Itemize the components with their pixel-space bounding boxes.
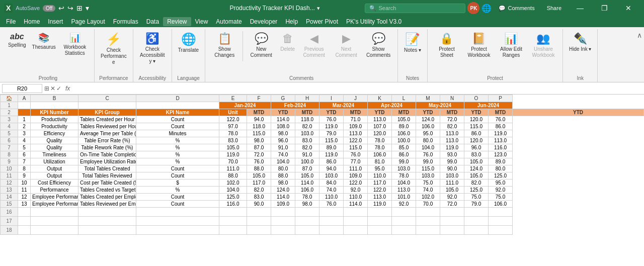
cell-2i[interactable]: YTD	[319, 109, 344, 116]
col-header-k[interactable]: K	[368, 95, 392, 102]
cell-1o[interactable]: Jun-2024	[464, 102, 513, 109]
menu-automate[interactable]: Automate	[212, 17, 246, 26]
col-header-f[interactable]: F	[247, 95, 271, 102]
menu-formulas[interactable]: Formulas	[109, 17, 142, 26]
col-header-a[interactable]: A	[18, 95, 31, 102]
cell-2o[interactable]: YTD	[464, 109, 489, 116]
menu-view[interactable]: View	[191, 17, 212, 26]
comments-icon: 💬	[499, 5, 506, 12]
cell-1b[interactable]	[31, 102, 78, 109]
undo-icon[interactable]: ↩	[58, 4, 64, 12]
notes-button[interactable]: 📝 Notes ▾	[402, 31, 423, 54]
workbook-statistics-button[interactable]: 📊 Workbook Statistics	[60, 31, 90, 57]
cell-2g[interactable]: YTD	[271, 109, 295, 116]
cell-2h[interactable]: MTD	[295, 109, 319, 116]
minimize-button[interactable]: —	[569, 0, 592, 16]
menu-review[interactable]: Review	[163, 17, 191, 26]
autosave-toggle[interactable]: Off	[43, 5, 55, 12]
cell-1c[interactable]	[78, 102, 136, 109]
menu-insert[interactable]: Insert	[44, 17, 67, 26]
redo-icon[interactable]: ↪	[67, 4, 73, 12]
cell-2b[interactable]: KPI Number	[31, 109, 78, 116]
col-header-b[interactable]: B	[31, 95, 78, 102]
col-header-m[interactable]: M	[416, 95, 440, 102]
cell-2j[interactable]: MTD	[344, 109, 368, 116]
col-header-i[interactable]: I	[319, 95, 344, 102]
hide-ink-label: Hide Ink ▾	[569, 46, 591, 52]
cell-1g[interactable]: Feb-2024	[271, 102, 319, 109]
protect-sheet-button[interactable]: 🔒 Protect Sheet	[432, 31, 462, 59]
col-header-c[interactable]: C	[78, 95, 136, 102]
col-header-n[interactable]: N	[440, 95, 464, 102]
name-box[interactable]	[2, 84, 42, 93]
cell-1e[interactable]: Jan-2024	[219, 102, 271, 109]
cell-1m[interactable]: May-2024	[416, 102, 464, 109]
cell-2p[interactable]: MTD	[489, 109, 513, 116]
col-header-g[interactable]: G	[271, 95, 295, 102]
menu-data[interactable]: Data	[142, 17, 163, 26]
cell-2e[interactable]: Unit	[219, 109, 247, 116]
show-changes-button[interactable]: 📋 Show Changes	[209, 31, 239, 59]
cancel-formula-icon[interactable]: ✕	[50, 85, 55, 92]
show-comments-button[interactable]: 💬 Show Comments	[363, 31, 393, 59]
hide-ink-button[interactable]: ✒️ Hide Ink ▾	[567, 31, 593, 53]
search-box[interactable]: 🔍 Search	[365, 4, 465, 13]
col-header-d[interactable]: D	[136, 95, 219, 102]
cell-2a[interactable]	[18, 109, 31, 116]
home-icon: 🏠	[6, 96, 12, 101]
expand-icon[interactable]: ⊞	[44, 85, 49, 92]
cell-1k[interactable]: Apr-2024	[368, 102, 416, 109]
formula-input[interactable]	[74, 85, 642, 92]
comments-button[interactable]: 💬 Comments	[494, 3, 539, 14]
cell-2c[interactable]: KPI Group	[78, 109, 136, 116]
thesaurus-button[interactable]: 📚 Thesaurus	[30, 31, 58, 51]
menu-power-pivot[interactable]: Power Pivot	[302, 17, 342, 26]
cell-2m[interactable]: YTD	[416, 109, 440, 116]
spelling-button[interactable]: abc Spelling	[6, 31, 28, 49]
previous-comment-button[interactable]: ◀ Previous Comment	[299, 31, 329, 59]
col-header-l[interactable]: L	[392, 95, 416, 102]
col-header-j[interactable]: J	[344, 95, 368, 102]
unshare-workbook-button[interactable]: 👥 Unshare Workbook	[528, 31, 558, 59]
cell-2k[interactable]: YTD	[368, 109, 392, 116]
col-header-p[interactable]: P	[489, 95, 513, 102]
cell-2d[interactable]: KPI Name	[136, 109, 219, 116]
menu-home[interactable]: Home	[20, 17, 44, 26]
cell-2q[interactable]: YTD	[513, 109, 644, 116]
check-performance-button[interactable]: ⚡ Check Performance	[99, 31, 129, 66]
menu-pk-utility[interactable]: PK's Utility Tool V3.0	[342, 17, 406, 26]
protect-workbook-button[interactable]: 📔 Protect Workbook	[464, 31, 494, 59]
col-header-h[interactable]: H	[295, 95, 319, 102]
show-comments-icon: 💬	[372, 32, 385, 45]
edge-icon[interactable]: 🌐	[481, 4, 492, 13]
col-header-o[interactable]: O	[464, 95, 489, 102]
cell-1d[interactable]	[136, 102, 219, 109]
menu-developer[interactable]: Developer	[246, 17, 282, 26]
col-header-e[interactable]: E	[219, 95, 247, 102]
menu-page-layout[interactable]: Page Layout	[67, 17, 109, 26]
more-tools-icon[interactable]: ▾	[86, 4, 89, 12]
new-comment-button[interactable]: 💬 New Comment	[246, 31, 276, 59]
menu-file[interactable]: File	[2, 17, 20, 26]
confirm-formula-icon[interactable]: ✓	[56, 85, 61, 92]
table-icon[interactable]: ⊞	[76, 4, 83, 12]
cell-2l[interactable]: MTD	[392, 109, 416, 116]
ribbon-collapse[interactable]: ∧	[635, 29, 644, 82]
check-accessibility-button[interactable]: ♿ Check Accessibility ▾	[137, 31, 168, 65]
maximize-button[interactable]: ❐	[593, 0, 616, 16]
protect-sheet-label: Protect Sheet	[434, 46, 460, 58]
title-dropdown-icon[interactable]: ▾	[317, 5, 320, 12]
delete-comment-button[interactable]: 🗑 Delete	[278, 31, 297, 53]
allow-edit-ranges-button[interactable]: 📊 Allow Edit Ranges	[496, 31, 526, 59]
share-button[interactable]: Share	[542, 3, 567, 13]
cell-2n[interactable]: MTD	[440, 109, 464, 116]
translate-button[interactable]: 🌐 Translate	[176, 31, 201, 54]
cell-2f[interactable]: MTD	[247, 109, 271, 116]
avatar[interactable]: PK	[467, 2, 479, 14]
menu-help[interactable]: Help	[281, 17, 302, 26]
next-comment-button[interactable]: ▶ Next Comment	[331, 31, 361, 59]
cell-1i[interactable]: Mar-2024	[319, 102, 368, 109]
check-accessibility-icon: ♿	[145, 32, 159, 45]
close-button[interactable]: ✕	[617, 0, 640, 16]
cell-1a[interactable]	[18, 102, 31, 109]
